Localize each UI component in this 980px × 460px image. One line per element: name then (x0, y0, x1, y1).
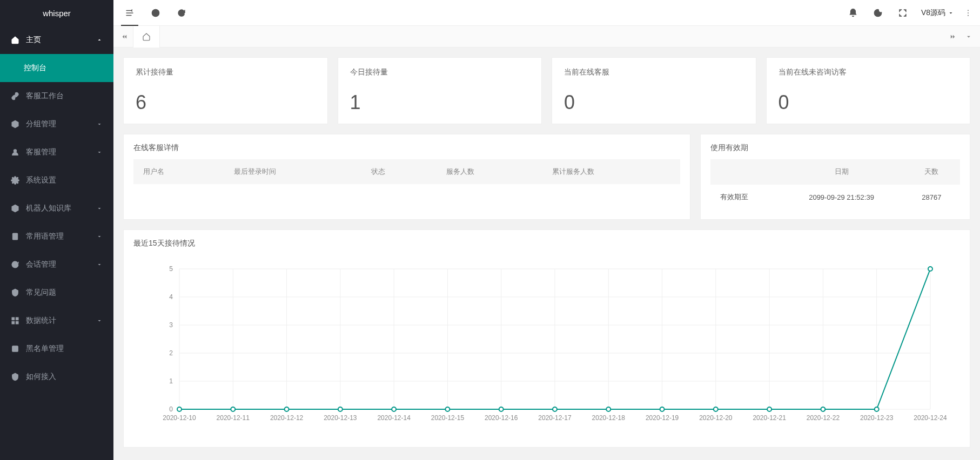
svg-text:2020-12-16: 2020-12-16 (485, 414, 518, 422)
svg-point-60 (338, 407, 343, 411)
tabs-scroll-right[interactable] (944, 26, 961, 48)
sidebar-item-6[interactable]: 机器人知识库 (0, 194, 113, 222)
chevron-down-icon (96, 149, 103, 155)
svg-text:2020-12-14: 2020-12-14 (377, 414, 411, 422)
sidebar-item-3[interactable]: 分组管理 (0, 110, 113, 138)
sidebar-item-label: 分组管理 (26, 119, 56, 129)
shield-icon (11, 288, 19, 297)
sidebar-menu: 主页控制台客服工作台分组管理客服管理系统设置机器人知识库常用语管理会话管理常见问… (0, 26, 113, 460)
col-header: 服务人数 (437, 159, 543, 184)
col-header: 累计服务人数 (542, 159, 680, 184)
shield-icon (11, 373, 19, 381)
globe-button[interactable] (145, 0, 166, 26)
col-header: 日期 (780, 159, 903, 185)
svg-text:2020-12-17: 2020-12-17 (538, 414, 572, 422)
stat-label: 当前在线未咨询访客 (778, 67, 958, 77)
fullscreen-icon[interactable] (892, 0, 914, 26)
cell: 28767 (903, 185, 960, 210)
sidebar-item-8[interactable]: 会话管理 (0, 251, 113, 279)
svg-point-69 (821, 407, 825, 411)
svg-rect-6 (16, 321, 18, 324)
tab-home[interactable] (133, 26, 160, 48)
topbar: V8源码 (113, 0, 980, 26)
svg-text:2: 2 (169, 349, 173, 357)
source-label: V8源码 (921, 8, 945, 18)
sidebar-item-2[interactable]: 客服工作台 (0, 82, 113, 110)
sidebar-item-label: 客服管理 (26, 147, 56, 157)
sidebar-item-1[interactable]: 控制台 (0, 54, 113, 82)
sidebar-item-label: 客服工作台 (26, 91, 64, 101)
stat-card-0: 累计接待量6 (123, 57, 328, 124)
panel-title: 在线客服详情 (124, 134, 690, 159)
col-header: 最后登录时间 (224, 159, 362, 184)
svg-rect-3 (12, 317, 15, 320)
sidebar-item-label: 系统设置 (26, 175, 56, 185)
svg-text:5: 5 (169, 265, 173, 273)
online-agents-panel: 在线客服详情 用户名最后登录时间状态服务人数累计服务人数 (123, 134, 690, 220)
sidebar-item-12[interactable]: 如何接入 (0, 363, 113, 391)
svg-point-11 (876, 13, 877, 15)
gear-icon (11, 176, 19, 185)
svg-text:2020-12-23: 2020-12-23 (860, 414, 894, 422)
svg-text:2020-12-10: 2020-12-10 (163, 414, 196, 422)
sidebar-item-7[interactable]: 常用语管理 (0, 222, 113, 251)
validity-panel: 使用有效期 日期天数有效期至2099-09-29 21:52:3928767 (700, 134, 970, 220)
svg-point-13 (968, 12, 969, 13)
stat-card-3: 当前在线未咨询访客0 (766, 57, 971, 124)
svg-point-70 (875, 407, 879, 411)
svg-point-61 (392, 407, 396, 411)
stat-label: 累计接待量 (136, 67, 316, 77)
tabs-dropdown[interactable] (961, 26, 977, 48)
sidebar-item-0[interactable]: 主页 (0, 26, 113, 54)
chart-panel: 最近15天接待情况 0123452020-12-102020-12-112020… (123, 229, 970, 448)
refresh-button[interactable] (171, 0, 192, 26)
sidebar-item-4[interactable]: 客服管理 (0, 138, 113, 166)
stat-value: 0 (564, 91, 744, 114)
sidebar-item-label: 控制台 (24, 63, 46, 73)
online-agents-table: 用户名最后登录时间状态服务人数累计服务人数 (133, 159, 680, 184)
svg-point-64 (553, 407, 557, 411)
theme-icon[interactable] (867, 0, 889, 26)
list-icon (11, 344, 19, 353)
chevron-down-icon (96, 121, 103, 127)
svg-text:4: 4 (169, 293, 173, 301)
chevron-down-icon (96, 233, 103, 240)
chart-title: 最近15天接待情况 (124, 230, 970, 253)
sidebar-item-label: 会话管理 (26, 260, 56, 269)
panel-title: 使用有效期 (701, 134, 970, 159)
stat-label: 今日接待量 (350, 67, 530, 77)
cube-icon (11, 204, 19, 213)
sidebar-item-5[interactable]: 系统设置 (0, 166, 113, 194)
bell-icon[interactable] (842, 0, 864, 26)
tabs-scroll-left[interactable] (117, 26, 133, 48)
sidebar-item-11[interactable]: 黑名单管理 (0, 335, 113, 363)
svg-point-62 (445, 407, 449, 411)
sidebar-item-10[interactable]: 数据统计 (0, 307, 113, 335)
col-header: 天数 (903, 159, 960, 185)
doc-icon (11, 232, 19, 241)
svg-text:2020-12-19: 2020-12-19 (646, 414, 679, 422)
chevron-down-icon (96, 37, 103, 43)
more-menu-button[interactable] (962, 9, 975, 17)
col-header: 状态 (361, 159, 437, 184)
sidebar: whisper 主页控制台客服工作台分组管理客服管理系统设置机器人知识库常用语管… (0, 0, 113, 460)
svg-point-58 (231, 407, 235, 411)
svg-point-10 (877, 11, 878, 12)
svg-point-9 (876, 11, 877, 12)
svg-point-57 (177, 407, 182, 411)
grid-icon (11, 316, 19, 325)
chevron-down-icon (96, 317, 103, 324)
svg-text:2020-12-18: 2020-12-18 (592, 414, 626, 422)
svg-point-67 (714, 407, 718, 411)
sidebar-item-label: 常见问题 (26, 288, 56, 297)
svg-rect-4 (16, 317, 18, 320)
cell: 2099-09-29 21:52:39 (780, 185, 903, 210)
stats-row: 累计接待量6今日接待量1当前在线客服0当前在线未咨询访客0 (123, 57, 970, 124)
toggle-sidebar-button[interactable] (119, 0, 140, 26)
stat-card-2: 当前在线客服0 (552, 57, 756, 124)
sidebar-item-label: 机器人知识库 (26, 204, 71, 213)
sidebar-item-9[interactable]: 常见问题 (0, 279, 113, 307)
source-dropdown[interactable]: V8源码 (917, 0, 958, 26)
validity-table: 日期天数有效期至2099-09-29 21:52:3928767 (710, 159, 960, 209)
svg-text:2020-12-12: 2020-12-12 (270, 414, 304, 422)
